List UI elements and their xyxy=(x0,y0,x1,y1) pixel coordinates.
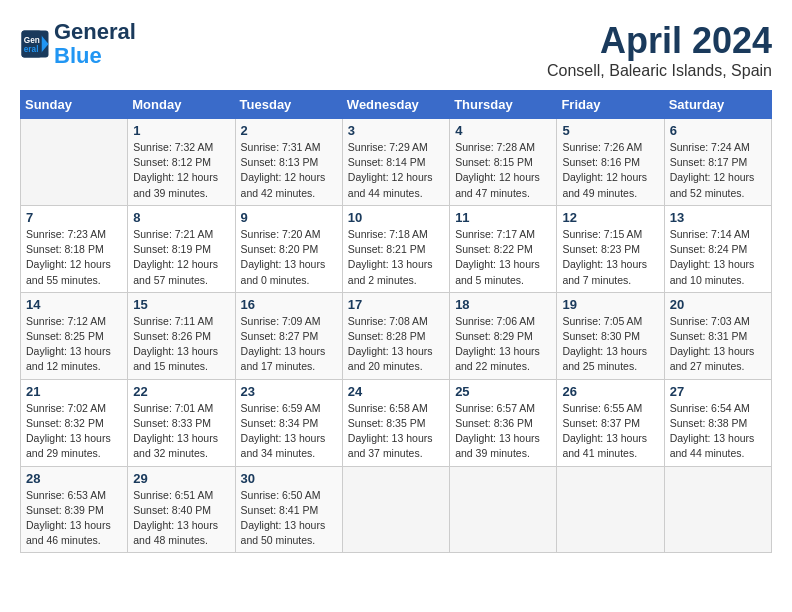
day-number: 2 xyxy=(241,123,337,138)
week-row-1: 7Sunrise: 7:23 AM Sunset: 8:18 PM Daylig… xyxy=(21,205,772,292)
calendar-cell: 9Sunrise: 7:20 AM Sunset: 8:20 PM Daylig… xyxy=(235,205,342,292)
calendar-cell: 4Sunrise: 7:28 AM Sunset: 8:15 PM Daylig… xyxy=(450,119,557,206)
location-title: Consell, Balearic Islands, Spain xyxy=(547,62,772,80)
day-info: Sunrise: 6:58 AM Sunset: 8:35 PM Dayligh… xyxy=(348,401,444,462)
calendar-cell xyxy=(342,466,449,553)
calendar-cell: 29Sunrise: 6:51 AM Sunset: 8:40 PM Dayli… xyxy=(128,466,235,553)
day-info: Sunrise: 7:06 AM Sunset: 8:29 PM Dayligh… xyxy=(455,314,551,375)
day-header-tuesday: Tuesday xyxy=(235,91,342,119)
day-number: 15 xyxy=(133,297,229,312)
day-number: 14 xyxy=(26,297,122,312)
day-number: 17 xyxy=(348,297,444,312)
day-number: 6 xyxy=(670,123,766,138)
day-info: Sunrise: 7:21 AM Sunset: 8:19 PM Dayligh… xyxy=(133,227,229,288)
calendar-cell: 11Sunrise: 7:17 AM Sunset: 8:22 PM Dayli… xyxy=(450,205,557,292)
day-info: Sunrise: 6:50 AM Sunset: 8:41 PM Dayligh… xyxy=(241,488,337,549)
calendar-cell: 18Sunrise: 7:06 AM Sunset: 8:29 PM Dayli… xyxy=(450,292,557,379)
day-info: Sunrise: 7:14 AM Sunset: 8:24 PM Dayligh… xyxy=(670,227,766,288)
day-number: 9 xyxy=(241,210,337,225)
day-info: Sunrise: 7:18 AM Sunset: 8:21 PM Dayligh… xyxy=(348,227,444,288)
calendar-cell: 19Sunrise: 7:05 AM Sunset: 8:30 PM Dayli… xyxy=(557,292,664,379)
day-number: 18 xyxy=(455,297,551,312)
svg-text:eral: eral xyxy=(24,45,39,54)
calendar-cell: 30Sunrise: 6:50 AM Sunset: 8:41 PM Dayli… xyxy=(235,466,342,553)
calendar-cell: 27Sunrise: 6:54 AM Sunset: 8:38 PM Dayli… xyxy=(664,379,771,466)
day-header-monday: Monday xyxy=(128,91,235,119)
header-row: SundayMondayTuesdayWednesdayThursdayFrid… xyxy=(21,91,772,119)
day-info: Sunrise: 7:15 AM Sunset: 8:23 PM Dayligh… xyxy=(562,227,658,288)
day-number: 20 xyxy=(670,297,766,312)
day-info: Sunrise: 7:12 AM Sunset: 8:25 PM Dayligh… xyxy=(26,314,122,375)
day-info: Sunrise: 6:54 AM Sunset: 8:38 PM Dayligh… xyxy=(670,401,766,462)
calendar-cell xyxy=(664,466,771,553)
day-number: 7 xyxy=(26,210,122,225)
logo-line2: Blue xyxy=(54,43,102,68)
day-number: 22 xyxy=(133,384,229,399)
calendar-cell: 20Sunrise: 7:03 AM Sunset: 8:31 PM Dayli… xyxy=(664,292,771,379)
day-number: 8 xyxy=(133,210,229,225)
day-info: Sunrise: 6:53 AM Sunset: 8:39 PM Dayligh… xyxy=(26,488,122,549)
day-number: 21 xyxy=(26,384,122,399)
calendar-cell: 1Sunrise: 7:32 AM Sunset: 8:12 PM Daylig… xyxy=(128,119,235,206)
day-info: Sunrise: 7:08 AM Sunset: 8:28 PM Dayligh… xyxy=(348,314,444,375)
day-info: Sunrise: 7:24 AM Sunset: 8:17 PM Dayligh… xyxy=(670,140,766,201)
day-info: Sunrise: 7:05 AM Sunset: 8:30 PM Dayligh… xyxy=(562,314,658,375)
day-info: Sunrise: 7:09 AM Sunset: 8:27 PM Dayligh… xyxy=(241,314,337,375)
calendar-cell: 28Sunrise: 6:53 AM Sunset: 8:39 PM Dayli… xyxy=(21,466,128,553)
svg-text:Gen: Gen xyxy=(24,36,40,45)
day-number: 12 xyxy=(562,210,658,225)
day-number: 16 xyxy=(241,297,337,312)
calendar-cell: 21Sunrise: 7:02 AM Sunset: 8:32 PM Dayli… xyxy=(21,379,128,466)
calendar-cell xyxy=(450,466,557,553)
week-row-3: 21Sunrise: 7:02 AM Sunset: 8:32 PM Dayli… xyxy=(21,379,772,466)
day-info: Sunrise: 7:17 AM Sunset: 8:22 PM Dayligh… xyxy=(455,227,551,288)
calendar-cell: 24Sunrise: 6:58 AM Sunset: 8:35 PM Dayli… xyxy=(342,379,449,466)
calendar-cell: 10Sunrise: 7:18 AM Sunset: 8:21 PM Dayli… xyxy=(342,205,449,292)
day-info: Sunrise: 6:59 AM Sunset: 8:34 PM Dayligh… xyxy=(241,401,337,462)
week-row-4: 28Sunrise: 6:53 AM Sunset: 8:39 PM Dayli… xyxy=(21,466,772,553)
day-number: 3 xyxy=(348,123,444,138)
day-info: Sunrise: 7:32 AM Sunset: 8:12 PM Dayligh… xyxy=(133,140,229,201)
calendar-cell: 22Sunrise: 7:01 AM Sunset: 8:33 PM Dayli… xyxy=(128,379,235,466)
day-info: Sunrise: 6:55 AM Sunset: 8:37 PM Dayligh… xyxy=(562,401,658,462)
day-number: 13 xyxy=(670,210,766,225)
day-info: Sunrise: 7:03 AM Sunset: 8:31 PM Dayligh… xyxy=(670,314,766,375)
calendar-cell: 6Sunrise: 7:24 AM Sunset: 8:17 PM Daylig… xyxy=(664,119,771,206)
calendar-cell: 23Sunrise: 6:59 AM Sunset: 8:34 PM Dayli… xyxy=(235,379,342,466)
calendar-cell: 7Sunrise: 7:23 AM Sunset: 8:18 PM Daylig… xyxy=(21,205,128,292)
day-number: 24 xyxy=(348,384,444,399)
title-block: April 2024 Consell, Balearic Islands, Sp… xyxy=(547,20,772,80)
day-info: Sunrise: 7:26 AM Sunset: 8:16 PM Dayligh… xyxy=(562,140,658,201)
day-number: 29 xyxy=(133,471,229,486)
day-number: 28 xyxy=(26,471,122,486)
calendar-cell: 16Sunrise: 7:09 AM Sunset: 8:27 PM Dayli… xyxy=(235,292,342,379)
day-info: Sunrise: 7:31 AM Sunset: 8:13 PM Dayligh… xyxy=(241,140,337,201)
calendar-cell: 15Sunrise: 7:11 AM Sunset: 8:26 PM Dayli… xyxy=(128,292,235,379)
day-header-wednesday: Wednesday xyxy=(342,91,449,119)
week-row-0: 1Sunrise: 7:32 AM Sunset: 8:12 PM Daylig… xyxy=(21,119,772,206)
logo: Gen eral General Blue xyxy=(20,20,136,68)
logo-icon: Gen eral xyxy=(20,29,50,59)
day-info: Sunrise: 7:20 AM Sunset: 8:20 PM Dayligh… xyxy=(241,227,337,288)
day-number: 10 xyxy=(348,210,444,225)
day-header-friday: Friday xyxy=(557,91,664,119)
logo-line1: General xyxy=(54,19,136,44)
calendar-cell: 5Sunrise: 7:26 AM Sunset: 8:16 PM Daylig… xyxy=(557,119,664,206)
day-header-saturday: Saturday xyxy=(664,91,771,119)
calendar-cell: 2Sunrise: 7:31 AM Sunset: 8:13 PM Daylig… xyxy=(235,119,342,206)
calendar-cell: 13Sunrise: 7:14 AM Sunset: 8:24 PM Dayli… xyxy=(664,205,771,292)
calendar-table: SundayMondayTuesdayWednesdayThursdayFrid… xyxy=(20,90,772,553)
day-number: 25 xyxy=(455,384,551,399)
calendar-cell: 14Sunrise: 7:12 AM Sunset: 8:25 PM Dayli… xyxy=(21,292,128,379)
day-info: Sunrise: 7:28 AM Sunset: 8:15 PM Dayligh… xyxy=(455,140,551,201)
day-header-thursday: Thursday xyxy=(450,91,557,119)
calendar-cell: 8Sunrise: 7:21 AM Sunset: 8:19 PM Daylig… xyxy=(128,205,235,292)
calendar-cell: 26Sunrise: 6:55 AM Sunset: 8:37 PM Dayli… xyxy=(557,379,664,466)
day-info: Sunrise: 7:02 AM Sunset: 8:32 PM Dayligh… xyxy=(26,401,122,462)
day-header-sunday: Sunday xyxy=(21,91,128,119)
day-number: 5 xyxy=(562,123,658,138)
day-number: 27 xyxy=(670,384,766,399)
day-info: Sunrise: 7:29 AM Sunset: 8:14 PM Dayligh… xyxy=(348,140,444,201)
day-number: 1 xyxy=(133,123,229,138)
day-info: Sunrise: 6:51 AM Sunset: 8:40 PM Dayligh… xyxy=(133,488,229,549)
